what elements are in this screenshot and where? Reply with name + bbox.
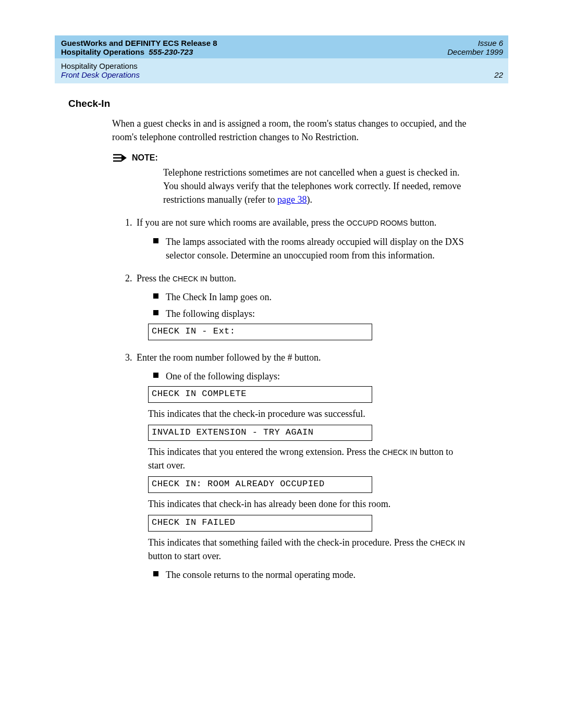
display-box: CHECK IN: ROOM ALREADY OCCUPIED bbox=[148, 476, 372, 493]
doc-title-row: Hospitality Operations 555-230-723 bbox=[61, 47, 217, 56]
step-1: 1. If you are not sure which rooms are a… bbox=[125, 216, 467, 265]
step-2: 2. Press the CHECK IN button. The Check … bbox=[125, 272, 467, 344]
date-label: December 1999 bbox=[447, 47, 503, 56]
button-ref: CHECK IN bbox=[173, 275, 207, 283]
display-box: CHECK IN COMPLETE bbox=[148, 386, 372, 403]
step-text-pre: Press the bbox=[137, 273, 173, 283]
doc-number: 555-230-723 bbox=[149, 47, 193, 56]
step-number: 2. bbox=[125, 272, 137, 344]
explain-text: This indicates that check-in has already… bbox=[148, 497, 467, 511]
step-text-post: button. bbox=[207, 273, 236, 283]
bullet-text: The Check In lamp goes on. bbox=[166, 290, 272, 304]
section-name: Front Desk Operations bbox=[61, 70, 140, 79]
display-box: CHECK IN - Ext: bbox=[148, 324, 372, 340]
explain-post: button to start over. bbox=[148, 551, 221, 561]
header-left: GuestWorks and DEFINITY ECS Release 8 Ho… bbox=[61, 39, 217, 56]
intro-paragraph: When a guest checks in and is assigned a… bbox=[112, 117, 467, 144]
step-text: Enter the room number followed by the # … bbox=[137, 352, 321, 363]
header-bar-secondary: Hospitality Operations Front Desk Operat… bbox=[55, 58, 508, 83]
step-bullets: The Check In lamp goes on. The following… bbox=[153, 290, 467, 320]
bullet-text: The console returns to the normal operat… bbox=[166, 568, 356, 582]
step-number: 3. bbox=[125, 351, 137, 585]
bullet-text: The following displays: bbox=[166, 307, 255, 320]
button-ref: CHECK IN bbox=[430, 539, 465, 547]
final-bullets: The console returns to the normal operat… bbox=[153, 568, 467, 582]
step-body: Press the CHECK IN button. The Check In … bbox=[137, 272, 467, 344]
bullet-text: One of the following displays: bbox=[166, 369, 280, 383]
list-item: One of the following displays: bbox=[153, 369, 467, 383]
page-link[interactable]: page 38 bbox=[277, 194, 307, 205]
bullet-text: The lamps associated with the rooms alre… bbox=[166, 235, 467, 262]
step-body: If you are not sure which rooms are avai… bbox=[137, 216, 467, 265]
page-number: 22 bbox=[494, 70, 503, 79]
header-light-left: Hospitality Operations Front Desk Operat… bbox=[61, 61, 140, 79]
note-block: NOTE: Telephone restrictions sometimes a… bbox=[112, 153, 467, 206]
list-item: The Check In lamp goes on. bbox=[153, 290, 467, 304]
result-group: CHECK IN COMPLETE This indicates that th… bbox=[148, 386, 467, 563]
step-text-pre: If you are not sure which rooms are avai… bbox=[137, 217, 347, 228]
square-bullet-icon bbox=[153, 238, 158, 243]
doc-title: Hospitality Operations bbox=[61, 47, 144, 56]
display-box: CHECK IN FAILED bbox=[148, 515, 372, 532]
ordered-steps: 1. If you are not sure which rooms are a… bbox=[125, 216, 467, 585]
content-area: Check-In When a guest checks in and is a… bbox=[55, 83, 508, 585]
step-bullets: One of the following displays: bbox=[153, 369, 467, 383]
note-arrow-icon bbox=[112, 153, 128, 163]
explain-text: This indicates that the check-in procedu… bbox=[148, 407, 467, 421]
note-text: Telephone restrictions sometimes are not… bbox=[163, 166, 467, 206]
product-title: GuestWorks and DEFINITY ECS Release 8 bbox=[61, 39, 217, 47]
step-bullets: The lamps associated with the rooms alre… bbox=[153, 235, 467, 262]
document-page: GuestWorks and DEFINITY ECS Release 8 Ho… bbox=[55, 35, 508, 585]
button-ref: OCCUPD ROOMS bbox=[347, 219, 408, 227]
square-bullet-icon bbox=[153, 373, 158, 378]
note-text-post: ). bbox=[307, 194, 312, 205]
square-bullet-icon bbox=[153, 571, 158, 576]
step-3: 3. Enter the room number followed by the… bbox=[125, 351, 467, 585]
note-header: NOTE: bbox=[112, 153, 467, 163]
step-number: 1. bbox=[125, 216, 137, 265]
header-bar-primary: GuestWorks and DEFINITY ECS Release 8 Ho… bbox=[55, 35, 508, 58]
note-label: NOTE: bbox=[132, 153, 158, 163]
list-item: The lamps associated with the rooms alre… bbox=[153, 235, 467, 262]
explain-text: This indicates that you entered the wron… bbox=[148, 445, 467, 472]
section-heading: Check-In bbox=[68, 98, 508, 109]
header-right: Issue 6 December 1999 bbox=[447, 39, 503, 56]
issue-label: Issue 6 bbox=[447, 39, 503, 47]
step-body: Enter the room number followed by the # … bbox=[137, 351, 467, 585]
square-bullet-icon bbox=[153, 310, 158, 315]
square-bullet-icon bbox=[153, 293, 158, 299]
step-text-post: button. bbox=[408, 217, 436, 228]
list-item: The console returns to the normal operat… bbox=[153, 568, 467, 582]
button-ref: CHECK IN bbox=[382, 448, 417, 456]
chapter-name: Hospitality Operations bbox=[61, 61, 138, 70]
explain-pre: This indicates that something failed wit… bbox=[148, 537, 430, 548]
explain-pre: This indicates that you entered the wron… bbox=[148, 447, 382, 457]
list-item: The following displays: bbox=[153, 307, 467, 320]
display-box: INVALID EXTENSION - TRY AGAIN bbox=[148, 425, 372, 441]
explain-text: This indicates that something failed wit… bbox=[148, 536, 467, 563]
